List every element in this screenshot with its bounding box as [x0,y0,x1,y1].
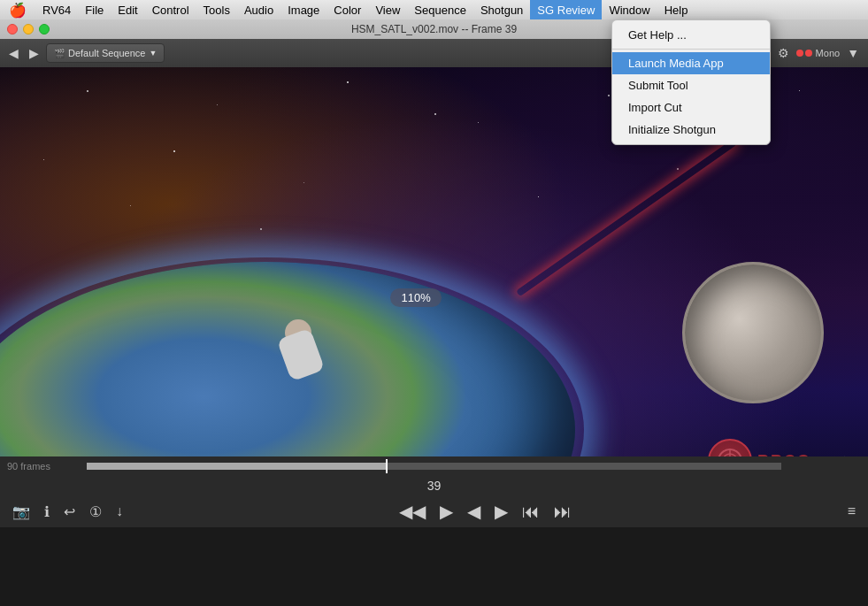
menubar-color[interactable]: Color [326,0,368,19]
astronaut-character [265,315,336,403]
dropdown-import-cut[interactable]: Import Cut [612,96,770,119]
mono-dot-right [805,50,812,57]
apple-menu[interactable]: 🍎 [0,2,35,19]
view-options-button[interactable]: ▼ [843,44,863,62]
jump-end-button[interactable]: ⏭ [549,500,577,524]
mono-dot-left [796,50,803,57]
dropdown-get-help[interactable]: Get Help ... [612,24,770,46]
frames-label: 90 frames [7,461,50,472]
dropdown-launch-media-app[interactable]: Launch Media App [612,52,770,74]
dropdown-separator [612,49,770,50]
timeline-bar[interactable] [87,463,781,470]
menubar-file[interactable]: File [78,0,111,19]
settings-button[interactable]: ⚙ [774,44,793,62]
satellite-dish [682,262,841,439]
minimize-button[interactable] [23,24,34,35]
toolbar-right: ⚙ Mono ▼ [774,44,863,62]
timeline-progress [87,463,385,470]
window-controls [7,24,50,35]
play-button[interactable]: ▶ [434,499,458,524]
prev-frame-button[interactable]: ◀ [462,499,486,524]
screenshot-button[interactable]: 📷 [7,502,35,522]
playback-controls: 📷 ℹ ↩ ① ↓ ◀◀ ▶ ◀ ▶ ⏮ ⏭ ≡ [0,495,868,527]
timeline-playhead [386,459,388,473]
frame-in-button[interactable]: ① [84,502,107,522]
sequence-label: Default Sequence [68,48,145,58]
left-controls: 📷 ℹ ↩ ① ↓ [7,502,128,522]
jump-start-button[interactable]: ⏮ [517,500,545,524]
menubar-audio[interactable]: Audio [237,0,280,19]
character-body [277,328,326,382]
menubar-window[interactable]: Window [602,0,657,19]
menubar-edit[interactable]: Edit [111,0,144,19]
frame-counter-bar: 90 frames [0,456,868,476]
step-back-button[interactable]: ◀◀ [394,499,431,524]
menubar-rv64[interactable]: RV64 [35,0,78,19]
current-frame: 39 [427,479,442,493]
menubar-sequence[interactable]: Sequence [407,0,473,19]
dropdown-submit-tool[interactable]: Submit Tool [612,74,770,96]
menubar-help[interactable]: Help [657,0,695,19]
menubar-tools[interactable]: Tools [196,0,237,19]
menubar-shotgun[interactable]: Shotgun [473,0,530,19]
menubar: 🍎 RV64 File Edit Control Tools Audio Ima… [0,0,868,19]
menubar-image[interactable]: Image [280,0,326,19]
info-button[interactable]: ℹ [39,502,55,522]
bottom-controls: 90 frames 39 📷 ℹ ↩ ① ↓ ◀◀ ▶ [0,456,868,527]
center-controls: ◀◀ ▶ ◀ ▶ ⏮ ⏭ [394,499,577,524]
download-button[interactable]: ↓ [111,502,128,521]
right-controls: ≡ [842,502,861,521]
sequence-selector[interactable]: 🎬 Default Sequence ▼ [46,43,165,63]
frame-display: 39 [0,476,868,495]
forward-button[interactable]: ▶ [26,44,42,62]
maximize-button[interactable] [39,24,50,35]
mono-indicator: Mono [796,48,841,58]
menubar-control[interactable]: Control [145,0,196,19]
mono-label: Mono [816,48,841,58]
dish-surface [682,262,824,403]
menubar-sg-review[interactable]: SG Review [530,0,602,19]
extra-button-1[interactable]: ≡ [842,502,861,521]
menubar-view[interactable]: View [368,0,407,19]
next-frame-button[interactable]: ▶ [489,499,513,524]
dropdown-initialize-shotgun[interactable]: Initialize Shotgun [612,119,770,141]
loop-button[interactable]: ↩ [58,502,81,522]
back-button[interactable]: ◀ [5,44,22,62]
zoom-indicator: 110% [390,288,441,307]
close-button[interactable] [7,24,18,35]
window-title: HSM_SATL_v002.mov -- Frame 39 [351,23,517,35]
sg-review-dropdown: Get Help ... Launch Media App Submit Too… [611,19,771,145]
